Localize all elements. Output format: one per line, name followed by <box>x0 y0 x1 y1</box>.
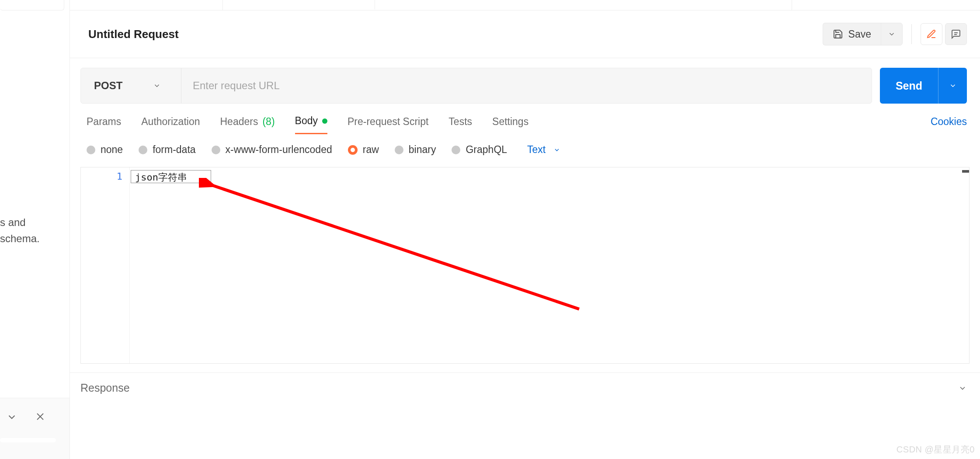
http-method-label: POST <box>94 80 122 92</box>
top-tab-strip <box>70 0 980 10</box>
radio-icon <box>395 146 403 154</box>
body-format-dropdown[interactable]: Text <box>527 144 560 156</box>
top-tab-1[interactable] <box>70 0 223 10</box>
tab-params[interactable]: Params <box>87 116 121 134</box>
tab-params-label: Params <box>87 116 121 128</box>
sidebar-hint-line1: s and <box>0 216 26 228</box>
tab-headers-count: (8) <box>262 116 275 128</box>
pencil-icon <box>926 29 937 39</box>
http-method-dropdown[interactable]: POST <box>81 68 181 103</box>
chevron-down-icon <box>949 82 957 90</box>
save-dropdown-button[interactable] <box>881 23 903 45</box>
top-tab-2[interactable] <box>223 0 375 10</box>
body-type-row: none form-data x-www-form-urlencoded raw… <box>70 134 980 163</box>
sidebar: s and schema. <box>0 0 70 459</box>
body-type-raw[interactable]: raw <box>348 144 379 156</box>
tab-body-label: Body <box>295 115 318 127</box>
tab-prerequest-label: Pre-request Script <box>348 116 428 128</box>
sidebar-hint: s and schema. <box>0 214 70 247</box>
body-type-graphql[interactable]: GraphQL <box>452 144 507 156</box>
radio-selected-icon <box>348 145 358 155</box>
body-type-graphql-label: GraphQL <box>466 144 507 156</box>
send-button[interactable]: Send <box>880 68 967 104</box>
comment-icon <box>951 29 961 39</box>
unsaved-dot-icon <box>322 118 327 124</box>
line-number: 1 <box>117 171 122 182</box>
save-icon <box>833 29 843 39</box>
tab-authorization[interactable]: Authorization <box>141 116 200 134</box>
editor-content[interactable]: json字符串 <box>130 167 969 363</box>
tab-authorization-label: Authorization <box>141 116 200 128</box>
body-editor[interactable]: 1 json字符串 <box>80 167 970 364</box>
response-collapse-button[interactable] <box>958 384 967 393</box>
tab-settings-label: Settings <box>492 116 528 128</box>
radio-icon <box>139 146 147 154</box>
cookies-link-label: Cookies <box>931 116 967 127</box>
tab-headers[interactable]: Headers (8) <box>220 116 275 134</box>
response-label: Response <box>80 382 130 394</box>
chevron-down-icon <box>553 146 560 153</box>
save-button-label: Save <box>848 28 871 40</box>
body-type-none-label: none <box>101 144 123 156</box>
top-tab-3[interactable] <box>375 0 792 10</box>
tab-tests[interactable]: Tests <box>448 116 472 134</box>
send-button-label: Send <box>880 80 938 92</box>
body-type-xwww[interactable]: x-www-form-urlencoded <box>212 144 332 156</box>
sidebar-footer <box>0 398 70 459</box>
comment-button[interactable] <box>945 23 967 45</box>
editor-text: json字符串 <box>135 172 187 183</box>
radio-icon <box>452 146 460 154</box>
chevron-down-icon[interactable] <box>6 411 17 423</box>
watermark: CSDN @星星月亮0 <box>897 444 975 456</box>
request-row: POST Send <box>70 58 980 104</box>
edit-button[interactable] <box>921 23 942 45</box>
body-type-binary-label: binary <box>409 144 436 156</box>
sidebar-hint-line2: schema. <box>0 233 40 244</box>
tab-body[interactable]: Body <box>295 115 327 134</box>
tab-headers-label: Headers <box>220 116 258 128</box>
chevron-down-icon <box>153 82 161 90</box>
body-type-raw-label: raw <box>363 144 379 156</box>
method-url-bar: POST <box>80 68 872 104</box>
tab-settings[interactable]: Settings <box>492 116 528 134</box>
save-button[interactable]: Save <box>823 23 881 45</box>
request-title: Untitled Request <box>88 28 179 41</box>
editor-scroll-marker <box>962 170 969 173</box>
body-type-formdata-label: form-data <box>153 144 195 156</box>
close-icon[interactable] <box>35 411 46 423</box>
tab-tests-label: Tests <box>448 116 472 128</box>
chevron-down-icon <box>958 384 967 393</box>
sidebar-footer-bar <box>0 438 56 442</box>
body-format-label: Text <box>527 144 546 156</box>
response-section: Response <box>70 373 980 394</box>
send-dropdown[interactable] <box>938 68 967 104</box>
radio-icon <box>87 146 95 154</box>
body-type-formdata[interactable]: form-data <box>139 144 195 156</box>
tab-prerequest[interactable]: Pre-request Script <box>348 116 428 134</box>
request-tabs: Params Authorization Headers (8) Body Pr… <box>70 104 980 134</box>
body-type-none[interactable]: none <box>87 144 123 156</box>
body-type-binary[interactable]: binary <box>395 144 436 156</box>
main-panel: Untitled Request Save <box>70 0 980 459</box>
cookies-link[interactable]: Cookies <box>931 116 967 134</box>
editor-gutter: 1 <box>81 167 130 363</box>
body-type-xwww-label: x-www-form-urlencoded <box>226 144 332 156</box>
sidebar-tab-stub <box>0 0 64 10</box>
title-bar: Untitled Request Save <box>70 10 980 58</box>
request-url-input[interactable] <box>181 68 872 103</box>
radio-icon <box>212 146 220 154</box>
toolbar-divider <box>911 24 912 44</box>
